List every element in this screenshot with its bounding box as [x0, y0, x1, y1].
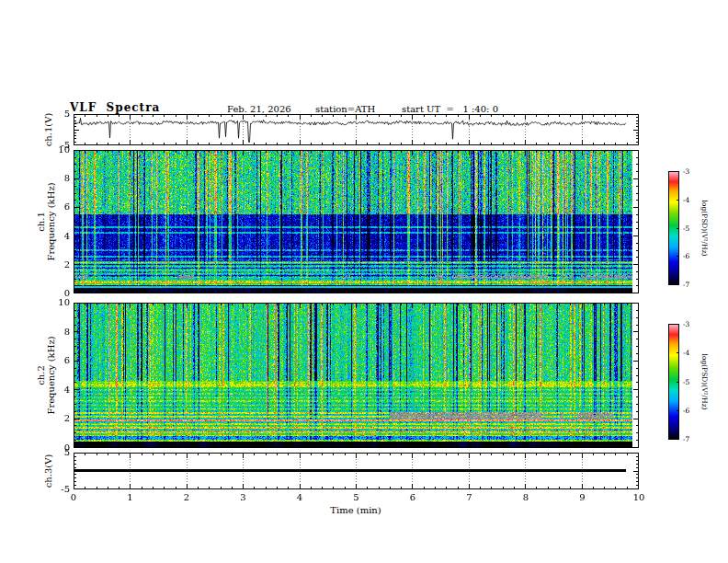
y-tick-label: 4 [48, 385, 70, 395]
vlf-spectra-plot: VLF Spectra Feb. 21, 2026 station=ATH st… [0, 0, 728, 563]
y-tick-label: 5 [48, 447, 70, 457]
y-tick-label: 5 [48, 109, 70, 119]
colorbar-tick-label: -3 [683, 167, 700, 176]
x-tick-label: 8 [514, 492, 538, 502]
colorbar-tick-label: -4 [683, 349, 700, 357]
y-tick-label: 10 [48, 297, 70, 307]
x-tick-label: 9 [571, 492, 595, 502]
y-tick-label: 2 [48, 259, 70, 270]
x-tick-label: 4 [288, 492, 312, 502]
tick-labels-layer: 012345678910108642010864205-55-5-3-4-5-6… [0, 0, 728, 563]
colorbar-tick-label: -4 [683, 196, 700, 204]
y-tick-label: 2 [48, 413, 70, 423]
y-tick-label: 4 [48, 231, 70, 241]
y-tick-label: 6 [48, 355, 70, 365]
colorbar-tick-label: -6 [683, 252, 700, 260]
y-tick-label: 6 [48, 201, 70, 212]
y-tick-label: 8 [48, 327, 70, 337]
x-tick-label: 3 [232, 492, 256, 502]
x-tick-label: 5 [345, 492, 369, 502]
colorbar-tick-label: -7 [683, 435, 700, 443]
x-tick-label: 1 [119, 492, 142, 502]
y-tick-label: -5 [48, 140, 70, 150]
y-tick-label: 8 [48, 173, 70, 183]
y-tick-label: -5 [48, 484, 70, 494]
x-tick-label: 6 [401, 492, 425, 502]
colorbar-tick-label: -7 [683, 281, 700, 289]
colorbar-tick-label: -5 [683, 378, 700, 386]
x-tick-label: 7 [458, 492, 482, 502]
x-tick-label: 10 [627, 492, 651, 502]
colorbar-tick-label: -5 [683, 224, 700, 233]
colorbar-tick-label: -6 [683, 407, 700, 415]
x-tick-label: 2 [175, 492, 199, 502]
colorbar-tick-label: -3 [683, 320, 700, 328]
